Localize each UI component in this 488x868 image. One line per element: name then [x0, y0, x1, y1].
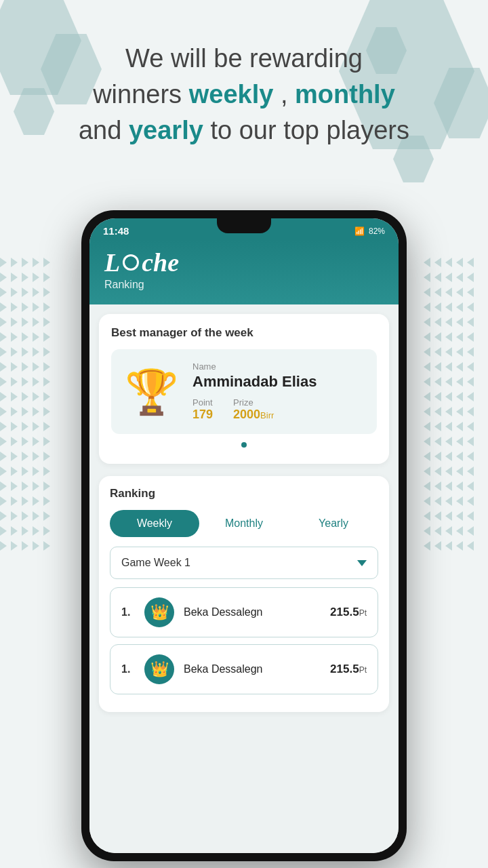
player-name: Beka Dessalegn	[184, 606, 321, 618]
arrow-pattern-left: const leftPat = document.querySelector('…	[0, 258, 64, 868]
ranking-section: Ranking Weekly Monthly Yearly Game Week …	[99, 476, 389, 712]
player-points: 215.5Pt	[330, 663, 367, 676]
best-manager-title: Best manager of the week	[111, 326, 377, 340]
winner-info: Name Amminadab Elias Point 179 Prize 200…	[192, 361, 363, 422]
player-name: Beka Dessalegn	[184, 663, 321, 675]
promo-line3-rest: to our top players	[210, 116, 409, 144]
promo-weekly-text: weekly	[189, 80, 274, 108]
winner-card: 🏆 Name Amminadab Elias Point 179 Prize	[111, 349, 377, 434]
status-time: 11:48	[103, 225, 129, 237]
winner-stats: Point 179 Prize 2000Birr	[192, 397, 363, 422]
ranking-row[interactable]: 1. 👑 Beka Dessalegn 215.5Pt	[110, 644, 378, 694]
promo-and: and	[79, 116, 121, 144]
avatar: 👑	[144, 597, 174, 627]
phone-screen: 11:48 📶 82% L che Ranking Best manager o…	[89, 218, 399, 853]
logo-ball-icon	[123, 254, 139, 271]
promo-yearly-text: yearly	[129, 116, 203, 144]
rank-number: 1.	[121, 606, 135, 618]
carousel-dots	[111, 442, 377, 448]
tab-weekly[interactable]: Weekly	[110, 510, 199, 537]
dropdown-label: Game Week 1	[121, 557, 190, 569]
status-icons: 📶 82%	[354, 226, 385, 236]
tab-monthly[interactable]: Monthly	[199, 510, 289, 537]
promo-header: We will be rewarding winners weekly , mo…	[0, 41, 488, 149]
winner-name: Amminadab Elias	[192, 373, 363, 391]
app-header: L che Ranking	[89, 241, 399, 304]
tab-yearly[interactable]: Yearly	[289, 510, 378, 537]
rank-number: 1.	[121, 663, 135, 675]
promo-line2-prefix: winners	[93, 80, 182, 108]
dot-active	[241, 442, 247, 448]
prize-label: Prize	[233, 397, 274, 408]
promo-monthly-text: monthly	[295, 80, 395, 108]
app-logo: L che	[104, 248, 384, 277]
arrow-pattern-right: const rightPat = document.querySelector(…	[424, 258, 488, 868]
game-week-dropdown[interactable]: Game Week 1	[110, 547, 378, 579]
ranking-row[interactable]: 1. 👑 Beka Dessalegn 215.5Pt	[110, 587, 378, 637]
ranking-tabs[interactable]: Weekly Monthly Yearly	[110, 510, 378, 537]
phone-mockup: 11:48 📶 82% L che Ranking Best manager o…	[81, 210, 407, 861]
points-value: 179	[192, 408, 213, 422]
promo-comma: ,	[273, 80, 287, 108]
avatar: 👑	[144, 654, 174, 684]
chevron-down-icon	[357, 560, 367, 566]
ranking-section-title: Ranking	[110, 487, 378, 500]
battery-text: 82%	[369, 226, 385, 236]
wifi-icon: 📶	[354, 226, 365, 236]
winner-name-label: Name	[192, 361, 363, 372]
trophy-icon: 🏆	[125, 370, 179, 414]
points-label: Point	[192, 397, 213, 408]
points-stat: Point 179	[192, 397, 213, 422]
player-points: 215.5Pt	[330, 606, 367, 619]
prize-stat: Prize 2000Birr	[233, 397, 274, 422]
logo-l: L	[104, 248, 120, 277]
phone-notch	[217, 218, 271, 233]
logo-che: che	[142, 248, 179, 277]
best-manager-card: Best manager of the week 🏆 Name Amminada…	[99, 314, 389, 464]
prize-value: 2000Birr	[233, 408, 274, 422]
main-content[interactable]: Best manager of the week 🏆 Name Amminada…	[89, 304, 399, 853]
promo-line1: We will be rewarding	[125, 44, 363, 73]
app-subtitle: Ranking	[104, 279, 384, 291]
